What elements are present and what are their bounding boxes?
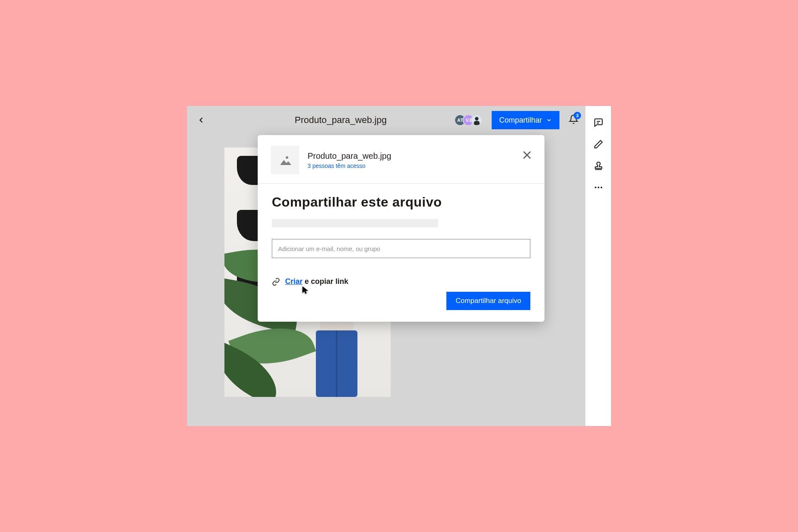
modal-footer: Compartilhar arquivo: [272, 286, 530, 310]
edit-button[interactable]: [594, 139, 603, 149]
create-link-action[interactable]: Criar: [285, 277, 303, 286]
svg-rect-1: [474, 121, 480, 125]
chevron-down-icon: [546, 117, 552, 123]
more-horizontal-icon: [594, 182, 603, 192]
access-link[interactable]: 3 pessoas têm acesso: [308, 163, 391, 169]
create-link-row: Criar e copiar link: [272, 277, 530, 286]
notification-count-badge: 3: [574, 112, 581, 119]
right-sidebar: [585, 106, 611, 426]
share-file-button[interactable]: Compartilhar arquivo: [446, 292, 530, 310]
notifications-button[interactable]: 3: [569, 114, 579, 126]
close-button[interactable]: [521, 149, 533, 161]
modal-filename: Produto_para_web.jpg: [308, 151, 391, 161]
create-link-rest: e copiar link: [303, 277, 348, 286]
share-button[interactable]: Compartilhar: [492, 111, 559, 129]
person-icon: [472, 115, 482, 125]
image-icon: [278, 153, 293, 167]
avatar[interactable]: [471, 114, 483, 126]
svg-point-0: [475, 117, 479, 121]
svg-point-8: [595, 187, 596, 188]
back-button[interactable]: [194, 113, 209, 128]
share-modal: Produto_para_web.jpg 3 pessoas têm acess…: [258, 135, 544, 322]
header-filename: Produto_para_web.jpg: [295, 115, 387, 126]
avatar-stack[interactable]: AT VJ: [454, 114, 483, 126]
main-content-area: Produto_para_web.jpg AT VJ Compartilhar …: [187, 106, 585, 426]
link-icon: [272, 278, 280, 286]
file-meta: Produto_para_web.jpg 3 pessoas têm acess…: [308, 151, 391, 169]
top-bar: Produto_para_web.jpg AT VJ Compartilhar …: [187, 106, 585, 134]
chevron-left-icon: [197, 116, 206, 125]
stamp-button[interactable]: [594, 161, 603, 171]
header-right-cluster: AT VJ Compartilhar 3: [454, 111, 579, 129]
create-copy-link[interactable]: Criar e copiar link: [285, 277, 348, 286]
recipient-input[interactable]: [272, 239, 530, 258]
close-icon: [521, 149, 533, 161]
modal-body: Compartilhar este arquivo Criar e copiar…: [258, 184, 544, 322]
stamp-icon: [594, 161, 603, 171]
app-window: Produto_para_web.jpg AT VJ Compartilhar …: [187, 106, 611, 426]
svg-point-2: [286, 156, 288, 159]
comments-button[interactable]: [594, 118, 603, 128]
svg-point-10: [601, 187, 602, 188]
file-thumbnail: [271, 146, 299, 174]
more-button[interactable]: [594, 182, 603, 192]
placeholder-skeleton: [272, 219, 438, 227]
share-button-label: Compartilhar: [499, 116, 542, 125]
svg-point-9: [598, 187, 599, 188]
pencil-icon: [594, 139, 603, 149]
comment-icon: [594, 118, 603, 128]
modal-title: Compartilhar este arquivo: [272, 195, 530, 210]
modal-header: Produto_para_web.jpg 3 pessoas têm acess…: [258, 135, 544, 184]
